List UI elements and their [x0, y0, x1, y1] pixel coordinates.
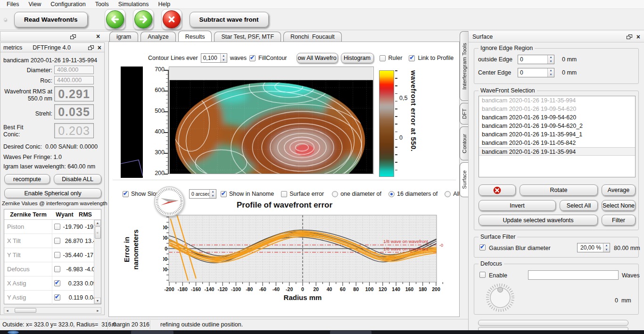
float-icon[interactable] — [627, 34, 632, 39]
spin-down-icon[interactable]: ▼ — [210, 194, 216, 198]
gaussian-percent-spinner[interactable]: 20,00 % ▲▼ — [577, 243, 610, 252]
zernike-table[interactable]: Zernike Term Wyant RMS Piston-19.790-19.… — [4, 209, 101, 304]
select-all-button[interactable]: Select All — [560, 200, 598, 211]
surface-error-checkbox[interactable] — [281, 191, 287, 197]
tab-igram[interactable]: igram — [109, 32, 138, 42]
previous-wavefront-button[interactable] — [105, 9, 125, 30]
menu-view[interactable]: View — [24, 0, 46, 8]
next-wavefront-button[interactable] — [133, 9, 154, 30]
side-tab-interferogram-tools[interactable]: Interferogram Tools — [460, 31, 468, 101]
subtract-wavefront-button[interactable]: Subtract wave front — [190, 12, 269, 27]
menu-configuration[interactable]: Configuration — [46, 0, 90, 8]
tab-analyze[interactable]: Analyze — [140, 32, 175, 42]
wavefront-list-item[interactable]: bandicam 2020-01-26 19-11-35-994_1 — [479, 130, 635, 139]
menu-help[interactable]: Help — [153, 0, 175, 8]
scroll-up-icon[interactable]: ▲ — [94, 220, 101, 226]
show-all-wavefronts-button[interactable]: ow All Wavefro — [297, 53, 338, 63]
tab-star-test-psf-mtf[interactable]: Star Test, PSF, MTF — [214, 32, 281, 42]
wavefront-list[interactable]: bandicam 2020-01-26 19-11-35-994bandicam… — [479, 96, 636, 177]
side-tab-dft[interactable]: DFT — [460, 103, 468, 125]
show-in-nanometers-checkbox[interactable] — [221, 191, 227, 197]
side-tab-surface[interactable]: Surface — [460, 162, 468, 197]
wavefront-list-item[interactable]: bandicam 2020-01-26 19-11-05-842 — [479, 139, 635, 147]
spin-down-icon[interactable]: ▼ — [548, 73, 554, 77]
read-wavefronts-button[interactable]: Read Wavefront/s — [14, 12, 88, 27]
defocus-waves-input[interactable] — [528, 270, 619, 280]
spin-up-icon[interactable]: ▲ — [548, 68, 554, 73]
fillcontour-checkbox[interactable] — [249, 55, 256, 61]
profile-chart[interactable]: -200-180-160-140-120-100-80-60-40-200204… — [163, 213, 446, 305]
close-icon[interactable]: × — [98, 45, 101, 50]
invert-button[interactable]: Invert — [479, 200, 556, 211]
spin-up-icon[interactable]: ▲ — [210, 190, 216, 194]
all-wavefronts-radio[interactable] — [445, 191, 451, 197]
recompute-button[interactable]: recompute — [4, 174, 50, 184]
start-orb-icon[interactable] — [8, 331, 19, 334]
center-edge-spinner[interactable]: 0 ▲▼ — [518, 68, 554, 77]
select-none-button[interactable]: Select None — [602, 200, 636, 211]
menu-tools[interactable]: Tools — [91, 0, 114, 8]
spin-down-icon[interactable]: ▼ — [603, 248, 610, 252]
zernike-hscrollbar[interactable]: ◄ ► — [4, 307, 101, 314]
scroll-right-icon[interactable]: ► — [96, 309, 101, 312]
taskbar-item[interactable] — [131, 331, 173, 334]
wavefront-list-item[interactable]: bandicam 2020-01-26 19-11-35-994 — [479, 147, 635, 156]
one-diameter-radio[interactable] — [332, 191, 338, 197]
delete-wavefront-button[interactable] — [161, 9, 182, 30]
spin-up-icon[interactable]: ▲ — [548, 55, 554, 59]
zernike-enable-checkbox[interactable] — [54, 252, 60, 258]
wavefront-contour-plot[interactable] — [169, 67, 374, 174]
app-icon-button[interactable] — [4, 18, 7, 21]
wavefront-list-item[interactable]: bandicam 2020-01-26 19-11-35-994 — [479, 96, 635, 105]
float-icon[interactable] — [88, 45, 93, 50]
tab-results[interactable]: Results — [178, 31, 212, 42]
scroll-thumb[interactable] — [15, 308, 36, 313]
spin-down-icon[interactable]: ▼ — [221, 58, 227, 62]
outside-edge-spinner[interactable]: 0 ▲▼ — [518, 55, 554, 64]
average-button[interactable]: Average — [602, 184, 636, 196]
histogram-button[interactable]: Histogram — [341, 53, 374, 63]
defocus-knob[interactable] — [480, 283, 520, 312]
spin-up-icon[interactable]: ▲ — [221, 54, 227, 58]
enable-spherical-only-button[interactable]: Enable Spherical only — [4, 188, 101, 198]
show-slope-checkbox[interactable] — [123, 191, 129, 197]
scroll-down-icon[interactable]: ▼ — [94, 298, 101, 304]
contour-interval-spinner[interactable]: 0,100 ▲▼ — [201, 53, 227, 63]
sixteen-diameters-radio[interactable] — [388, 191, 395, 197]
delete-selected-button[interactable] — [479, 184, 516, 196]
wavefront-list-item[interactable]: bandicam 2020-01-26 19-09-54-620_2 — [479, 122, 635, 130]
zernike-enable-checkbox[interactable] — [54, 266, 60, 272]
update-selected-button[interactable]: Update selected wavefonts — [479, 215, 598, 225]
disable-all-button[interactable]: Disable ALL — [54, 174, 101, 184]
filter-button[interactable]: Filter — [602, 215, 636, 225]
menu-files[interactable]: Files — [2, 0, 24, 8]
roc-field[interactable]: 4400.000 — [54, 76, 94, 84]
zernike-enable-checkbox[interactable] — [54, 280, 60, 286]
scroll-thumb[interactable]: ≡ — [95, 226, 101, 239]
link-to-profile-checkbox[interactable] — [409, 55, 415, 61]
metrics-titlebar[interactable]: metrics DFTFringe 4.0 × — [0, 43, 104, 52]
taskbar-item[interactable] — [330, 331, 372, 334]
menu-simulations[interactable]: Simulations — [114, 0, 154, 8]
wavefront-list-item[interactable]: bandicam 2020-01-26 19-09-54-620 — [479, 113, 635, 122]
zernike-enable-checkbox[interactable] — [54, 294, 60, 301]
surface-titlebar[interactable]: Surface × — [469, 31, 644, 42]
float-icon[interactable] — [70, 34, 75, 39]
zernike-enable-checkbox[interactable] — [54, 224, 60, 230]
spin-up-icon[interactable]: ▲ — [603, 243, 610, 248]
close-icon[interactable]: × — [636, 34, 640, 39]
rotate-button[interactable]: Rotate — [520, 184, 598, 196]
profile-angle-dial[interactable] — [154, 186, 185, 217]
slope-spinner[interactable]: 0 arcseco ▲▼ — [189, 189, 216, 199]
side-tab-contour[interactable]: Contour — [460, 126, 468, 160]
ruler-checkbox[interactable] — [380, 55, 386, 61]
defocus-enable-checkbox[interactable] — [479, 272, 486, 278]
wavefront-list-item[interactable]: bandicam 2020-01-26 19-09-54-620 — [479, 105, 635, 113]
tab-ronchi-foucault[interactable]: Ronchi Foucault — [283, 32, 342, 42]
zernike-vscrollbar[interactable]: ▲ ≡ ▼ — [94, 220, 101, 304]
close-icon[interactable]: × — [96, 34, 100, 39]
scroll-left-icon[interactable]: ◄ — [4, 309, 9, 312]
gaussian-blur-checkbox[interactable] — [479, 244, 486, 250]
spin-down-icon[interactable]: ▼ — [548, 59, 554, 64]
zernike-enable-checkbox[interactable] — [54, 238, 60, 244]
